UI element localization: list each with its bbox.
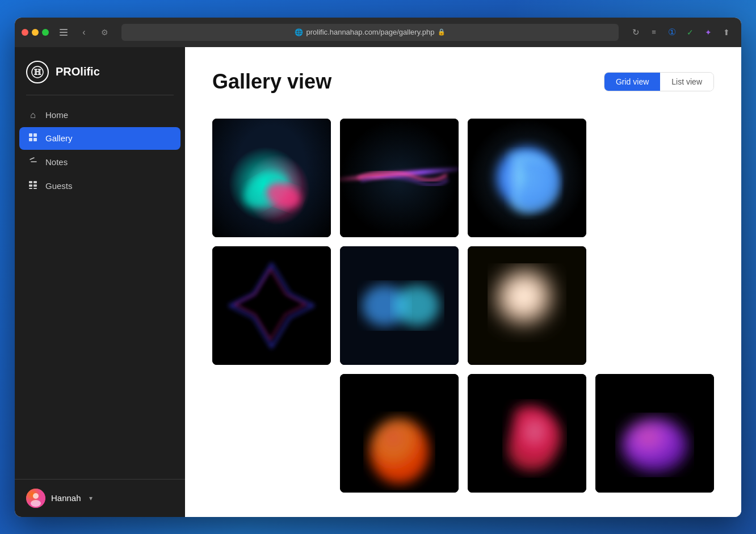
svg-point-29 <box>622 418 687 472</box>
svg-rect-0 <box>60 29 68 30</box>
svg-rect-15 <box>29 188 32 189</box>
view-toggle: Grid view List view <box>604 72 714 91</box>
user-profile[interactable]: Hannah ▾ <box>26 489 174 508</box>
artwork-10 <box>468 374 586 493</box>
url-bar[interactable]: 🌐 prolific.hannahap.com/page/gallery.php… <box>121 24 619 41</box>
page-title: Gallery view <box>212 70 331 94</box>
svg-rect-1 <box>60 32 68 33</box>
svg-rect-13 <box>29 184 32 187</box>
logo-icon: ℍ <box>26 61 49 83</box>
gallery-item-2[interactable] <box>340 119 459 237</box>
sidebar-bottom: Hannah ▾ <box>15 479 185 517</box>
settings-button[interactable]: ⚙ <box>96 24 112 40</box>
globe-icon: 🌐 <box>295 28 303 36</box>
sidebar-divider-top <box>26 95 174 95</box>
grid-view-button[interactable]: Grid view <box>604 73 660 91</box>
svg-rect-8 <box>33 138 37 141</box>
svg-point-18 <box>33 493 39 499</box>
guests-icon <box>27 180 39 192</box>
sidebar-item-guests[interactable]: Guests <box>19 175 180 197</box>
svg-line-9 <box>30 158 34 159</box>
artwork-6 <box>340 246 459 365</box>
share-button[interactable]: ⬆ <box>719 24 734 40</box>
refresh-button[interactable]: ↻ <box>628 24 644 40</box>
artwork-7 <box>468 246 586 365</box>
user-chevron-icon: ▾ <box>89 494 93 502</box>
svg-point-28 <box>369 418 429 483</box>
url-text: prolific.hannahap.com/page/gallery.php <box>306 28 435 36</box>
svg-point-19 <box>31 500 41 507</box>
svg-rect-12 <box>33 181 37 183</box>
close-button[interactable] <box>22 29 28 36</box>
svg-rect-11 <box>29 181 32 183</box>
sidebar-item-home[interactable]: ⌂ Home <box>19 104 180 126</box>
content-header: Gallery view Grid view List view <box>185 47 741 105</box>
minimize-button[interactable] <box>32 29 39 36</box>
sidebar-item-notes[interactable]: Notes <box>19 151 180 174</box>
gallery-item-3[interactable] <box>468 119 586 237</box>
traffic-lights <box>22 29 49 36</box>
logo-text: PROlific <box>56 65 100 78</box>
browser-actions: ↻ ≡ ① ✓ ✦ ⬆ <box>628 24 734 40</box>
1password-button[interactable]: ① <box>664 24 680 40</box>
artwork-5 <box>212 246 331 365</box>
svg-text:ℍ: ℍ <box>33 68 41 77</box>
artwork-1 <box>212 119 331 237</box>
gallery-item-5[interactable] <box>212 246 331 365</box>
svg-point-24 <box>394 284 439 326</box>
artwork-9 <box>340 374 459 493</box>
svg-rect-2 <box>60 35 68 36</box>
svg-rect-14 <box>33 184 37 187</box>
svg-rect-7 <box>29 138 32 141</box>
maximize-button[interactable] <box>42 29 49 36</box>
reader-button[interactable]: ≡ <box>646 24 662 40</box>
user-name: Hannah <box>51 493 81 503</box>
sidebar: ℍ PROlific ⌂ Home <box>15 47 185 517</box>
gallery-item-1[interactable] <box>212 119 331 237</box>
nav-label-gallery: Gallery <box>45 133 73 143</box>
home-icon: ⌂ <box>27 110 39 120</box>
lock-icon: 🔒 <box>438 28 446 36</box>
artwork-2 <box>340 119 459 237</box>
sidebar-item-gallery[interactable]: Gallery <box>19 127 180 150</box>
gallery-grid <box>185 119 741 517</box>
browser-window: ‹ ⚙ 🌐 prolific.hannahap.com/page/gallery… <box>15 18 741 517</box>
list-view-button[interactable]: List view <box>660 73 713 91</box>
main-content: Gallery view Grid view List view <box>185 47 741 517</box>
gallery-item-7[interactable] <box>468 246 586 365</box>
logo-area: ℍ PROlific <box>15 47 185 95</box>
gallery-item-9[interactable] <box>340 374 459 493</box>
svg-rect-16 <box>33 188 37 189</box>
app-layout: ℍ PROlific ⌂ Home <box>15 47 741 517</box>
gallery-item-11[interactable] <box>595 374 714 493</box>
nav-label-guests: Guests <box>45 181 73 191</box>
nav-label-home: Home <box>45 110 68 120</box>
gallery-item-10[interactable] <box>468 374 586 493</box>
gallery-icon <box>27 133 39 144</box>
sidebar-toggle-button[interactable] <box>56 24 72 40</box>
gallery-item-6[interactable] <box>340 246 459 365</box>
extension-button-1[interactable]: ✓ <box>682 24 698 40</box>
svg-rect-5 <box>29 133 32 137</box>
artwork-11 <box>595 374 714 493</box>
nav-items: ⌂ Home Gallery <box>15 104 185 197</box>
user-avatar <box>26 489 45 508</box>
svg-rect-6 <box>33 133 37 137</box>
notes-icon <box>27 157 39 168</box>
browser-chrome: ‹ ⚙ 🌐 prolific.hannahap.com/page/gallery… <box>15 18 741 47</box>
svg-point-25 <box>494 270 560 335</box>
nav-label-notes: Notes <box>45 157 68 167</box>
artwork-3 <box>468 119 586 237</box>
extension-button-2[interactable]: ✦ <box>700 24 716 40</box>
back-button[interactable]: ‹ <box>76 24 92 40</box>
